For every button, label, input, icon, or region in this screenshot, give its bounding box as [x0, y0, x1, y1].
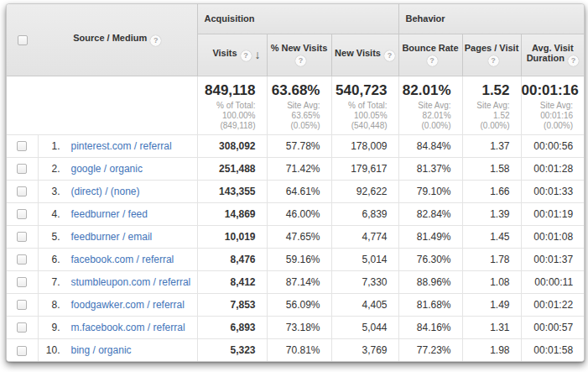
select-all-cell [7, 4, 38, 76]
bounce-rate-value: 79.10% [398, 180, 462, 202]
source-medium-cell: 6.facebook.com / referral [38, 248, 197, 270]
sort-descending-icon[interactable]: ↓ [255, 48, 261, 61]
row-checkbox[interactable] [17, 141, 27, 151]
column-header-source-medium[interactable]: Source / Medium? [38, 4, 197, 76]
source-medium-link[interactable]: feedburner / feed [71, 208, 148, 220]
row-checkbox-cell [7, 180, 38, 202]
visits-value: 8,412 [197, 270, 267, 293]
new-visits-value: 5,014 [331, 248, 398, 270]
pages-visit-value: 1.66 [462, 180, 521, 202]
source-medium-table: Source / Medium? Acquisition Behavior Vi… [7, 4, 584, 361]
column-header-visits[interactable]: Visits? ↓ [197, 34, 267, 76]
visits-value: 14,869 [197, 202, 267, 225]
source-medium-link[interactable]: pinterest.com / referral [71, 140, 172, 152]
source-medium-link[interactable]: feedburner / email [71, 231, 153, 243]
row-checkbox-cell [7, 248, 38, 270]
row-number: 9. [39, 322, 60, 333]
row-checkbox[interactable] [17, 232, 27, 242]
column-header-bounce-rate[interactable]: Bounce Rate ? [398, 34, 462, 76]
visits-value: 251,488 [197, 157, 267, 180]
avg-visit-duration-value: 00:01:28 [521, 157, 584, 180]
pages-visit-value: 1.08 [462, 270, 521, 293]
table-row: 8.foodgawker.com / referral 7,853 56.09%… [7, 293, 584, 316]
bounce-rate-value: 77.23% [398, 338, 462, 361]
help-icon[interactable]: ? [384, 50, 395, 61]
help-icon[interactable]: ? [150, 35, 161, 46]
pct-new-visits-value: 73.18% [267, 316, 331, 338]
visits-value: 7,853 [197, 293, 267, 316]
row-number: 4. [39, 208, 60, 220]
group-header-behavior: Behavior [398, 4, 584, 34]
pages-visit-value: 1.31 [462, 316, 521, 338]
new-visits-value: 4,774 [331, 225, 398, 248]
bounce-rate-value: 81.68% [398, 293, 462, 316]
bounce-rate-value: 81.49% [398, 225, 462, 248]
source-medium-link[interactable]: (direct) / (none) [71, 186, 140, 197]
row-checkbox[interactable] [17, 300, 27, 310]
avg-visit-duration-value: 00:01:19 [521, 202, 584, 225]
row-checkbox-cell [7, 157, 38, 180]
summary-pages-visit: 1.52Site Avg:1.52 (0.00%) [462, 76, 521, 134]
source-medium-cell: 5.feedburner / email [38, 225, 197, 248]
avg-visit-duration-value: 00:00:56 [521, 134, 584, 157]
pages-visit-value: 1.49 [462, 293, 521, 316]
row-checkbox[interactable] [17, 254, 27, 265]
pct-new-visits-value: 47.65% [267, 225, 331, 248]
source-medium-link[interactable]: facebook.com / referral [71, 254, 174, 265]
visits-value: 10,019 [197, 225, 267, 248]
new-visits-value: 3,769 [331, 338, 398, 361]
column-header-avg-visit-duration[interactable]: Avg. Visit Duration? [521, 34, 584, 76]
row-checkbox[interactable] [17, 209, 27, 219]
column-header-pct-new-visits[interactable]: % New Visits ? [267, 34, 331, 76]
row-checkbox-cell [7, 316, 38, 338]
avg-visit-duration-label-line2: Duration [527, 53, 565, 63]
source-medium-link[interactable]: foodgawker.com / referral [71, 299, 185, 311]
row-checkbox[interactable] [17, 346, 27, 356]
row-checkbox-cell [7, 293, 38, 316]
row-number: 8. [39, 299, 60, 311]
source-medium-cell: 1.pinterest.com / referral [38, 134, 197, 157]
avg-visit-duration-value: 00:01:33 [521, 180, 584, 202]
row-number: 7. [39, 276, 60, 288]
pct-new-visits-value: 71.42% [267, 157, 331, 180]
source-medium-link[interactable]: google / organic [71, 163, 143, 175]
help-icon[interactable]: ? [488, 55, 499, 66]
bounce-rate-value: 76.30% [398, 248, 462, 270]
column-header-new-visits[interactable]: New Visits? [331, 34, 398, 76]
source-medium-link[interactable]: stumbleupon.com / referral [71, 276, 191, 288]
analytics-table-panel: Source / Medium? Acquisition Behavior Vi… [6, 3, 585, 362]
row-checkbox[interactable] [17, 322, 27, 333]
help-icon[interactable]: ? [568, 55, 579, 66]
help-icon[interactable]: ? [295, 55, 306, 66]
pct-new-visits-label: % New Visits [268, 43, 331, 53]
row-checkbox[interactable] [17, 186, 27, 196]
source-medium-link[interactable]: m.facebook.com / referral [71, 322, 185, 333]
select-all-checkbox[interactable] [18, 35, 28, 45]
column-header-pages-visit[interactable]: Pages / Visit ? [462, 34, 521, 76]
help-icon[interactable]: ? [241, 50, 252, 61]
row-checkbox[interactable] [17, 277, 27, 287]
row-number: 3. [39, 186, 60, 197]
bounce-rate-value: 82.84% [398, 202, 462, 225]
row-checkbox-cell [7, 225, 38, 248]
row-checkbox[interactable] [17, 164, 27, 174]
avg-visit-duration-value: 00:01:08 [521, 225, 584, 248]
bounce-rate-value: 81.37% [398, 157, 462, 180]
row-number: 6. [39, 254, 60, 265]
source-medium-link[interactable]: bing / organic [71, 344, 132, 356]
new-visits-value: 92,622 [331, 180, 398, 202]
source-medium-label: Source / Medium [73, 33, 147, 43]
behavior-label: Behavior [406, 13, 445, 24]
table-row: 2.google / organic 251,488 71.42% 179,61… [7, 157, 584, 180]
help-icon[interactable]: ? [427, 55, 438, 66]
acquisition-label: Acquisition [205, 13, 255, 24]
new-visits-value: 179,617 [331, 157, 398, 180]
new-visits-label: New Visits [335, 48, 381, 58]
summary-bounce-rate: 82.01%Site Avg:82.01%(0.00%) [398, 76, 462, 134]
row-number: 2. [39, 163, 60, 175]
source-medium-cell: 10.bing / organic [38, 338, 197, 361]
pages-visit-value: 1.39 [462, 202, 521, 225]
table-row: 5.feedburner / email 10,019 47.65% 4,774… [7, 225, 584, 248]
pct-new-visits-value: 56.09% [267, 293, 331, 316]
source-medium-cell: 8.foodgawker.com / referral [38, 293, 197, 316]
